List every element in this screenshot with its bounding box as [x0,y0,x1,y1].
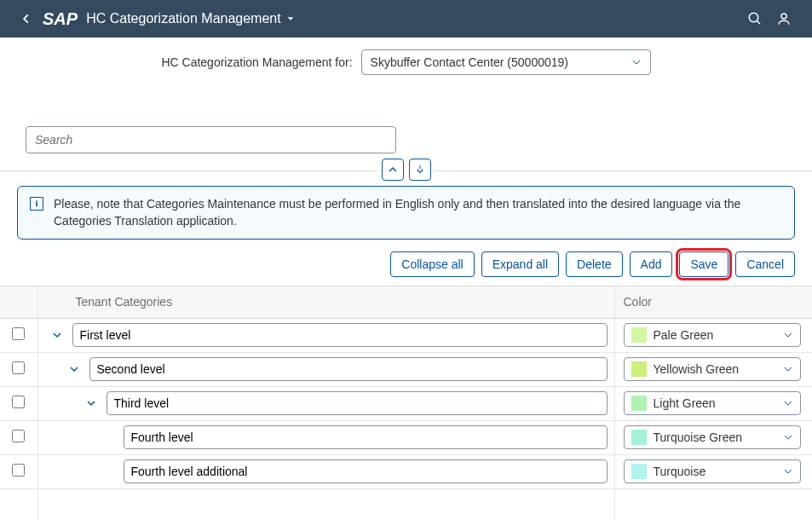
chevron-down-icon [69,364,79,374]
color-select[interactable]: Pale Green [624,323,801,347]
user-button[interactable] [769,4,798,33]
context-select[interactable]: Skybuffer Contact Center (50000019) [361,49,651,75]
chevron-down-icon [783,330,793,340]
category-name-input[interactable] [124,459,608,483]
chevron-down-icon [783,364,793,374]
search-row [0,78,812,162]
page-title: HC Categorization Management [86,11,281,26]
context-select-value: Skybuffer Contact Center (50000019) [371,55,568,69]
color-name: Turquoise Green [654,430,776,444]
context-bar: HC Categorization Management for: Skybuf… [0,38,812,78]
info-icon: i [30,197,43,211]
table-row-empty [0,488,812,520]
color-select[interactable]: Light Green [624,391,801,415]
color-swatch [631,396,647,411]
panel-collapse-button[interactable] [382,159,404,181]
expand-all-button[interactable]: Expand all [481,251,559,277]
add-button[interactable]: Add [630,251,673,277]
chevron-down-icon [783,432,793,442]
action-toolbar: Collapse all Expand all Delete Add Save … [0,248,812,286]
delete-button[interactable]: Delete [566,251,622,277]
svg-point-1 [749,13,758,22]
color-name: Turquoise [654,465,776,478]
chevron-down-icon [783,398,793,408]
column-header-color[interactable]: Color [614,286,812,318]
table-row: Turquoise Green [0,420,812,454]
page-title-dropdown[interactable]: HC Categorization Management [86,11,295,26]
color-name: Yellowish Green [654,362,776,376]
info-message: i Please, note that Categories Maintenan… [17,186,795,240]
info-text: Please, note that Categories Maintenance… [54,195,782,230]
back-button[interactable] [14,13,39,25]
collapse-all-button[interactable]: Collapse all [390,251,474,277]
category-name-input[interactable] [124,425,608,449]
row-checkbox[interactable] [12,396,25,408]
color-select[interactable]: Yellowish Green [624,357,801,381]
context-label: HC Categorization Management for: [161,55,352,69]
expand-toggle[interactable] [49,326,66,344]
chevron-down-icon [783,466,793,477]
svg-marker-0 [287,17,293,20]
category-name-input[interactable] [72,323,608,347]
caret-down-icon [286,14,295,23]
color-swatch [631,361,647,377]
category-name-input[interactable] [107,391,608,415]
row-checkbox[interactable] [12,361,25,374]
expand-toggle[interactable] [66,361,83,378]
search-button[interactable] [740,4,769,33]
chevron-down-icon [52,330,62,340]
color-select[interactable]: Turquoise [624,459,801,483]
row-checkbox[interactable] [12,430,25,442]
save-button[interactable]: Save [679,251,728,277]
cancel-button[interactable]: Cancel [735,251,795,277]
chevron-down-icon [631,57,642,67]
row-checkbox[interactable] [12,327,25,340]
color-name: Pale Green [654,328,776,342]
app-header: SAP HC Categorization Management [0,0,812,38]
color-swatch [631,464,647,479]
color-swatch [631,327,647,343]
svg-line-2 [757,20,760,24]
category-name-input[interactable] [89,357,608,381]
color-name: Light Green [654,396,776,410]
panel-pin-button[interactable] [409,159,431,181]
search-input[interactable] [26,126,396,153]
panel-divider [0,162,812,179]
pin-icon [415,165,425,175]
table-row: Turquoise [0,454,812,488]
table-row: Pale Green [0,318,812,352]
column-header-checkbox [0,286,37,318]
color-select[interactable]: Turquoise Green [624,425,801,449]
chevron-down-icon [86,398,96,408]
table-row: Light Green [0,386,812,420]
column-header-categories[interactable]: Tenant Categories [37,286,614,318]
categories-table: Tenant Categories Color Pale GreenYellow… [0,286,812,520]
sap-logo: SAP [43,9,78,29]
row-checkbox[interactable] [12,464,25,477]
svg-point-3 [781,14,786,19]
chevron-up-icon [388,165,398,175]
color-swatch [631,430,647,445]
table-row: Yellowish Green [0,352,812,386]
user-icon [776,11,792,26]
expand-toggle[interactable] [83,395,100,412]
search-icon [747,11,763,26]
